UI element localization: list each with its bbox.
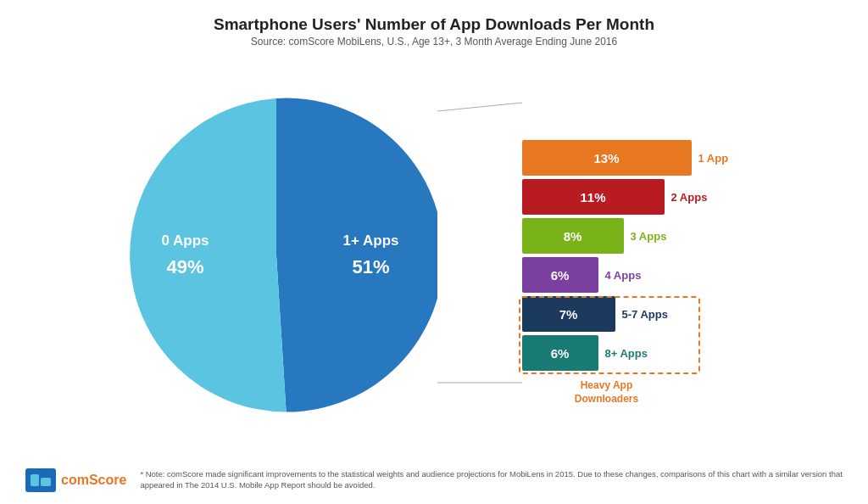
bar-row-2: 8%3 Apps (522, 218, 754, 254)
pie-right-label: 1+ Apps 51% (343, 231, 399, 281)
bar-row-5: 6%8+ Apps (522, 335, 754, 371)
bar-0: 13% (522, 140, 692, 176)
bar-label-3: 4 Apps (605, 269, 660, 282)
chart-title: Smartphone Users' Number of App Download… (25, 15, 843, 34)
comscore-logo: comScore (25, 468, 126, 492)
pie-chart: 0 Apps 49% 1+ Apps 51% (115, 94, 437, 417)
bar-row-4: 7%5-7 Apps (522, 296, 754, 332)
svg-rect-4 (41, 478, 51, 486)
pie-left-label: 0 Apps 49% (162, 231, 209, 281)
bar-chart: 13%1 App11%2 Apps8%3 Apps6%4 Apps7%5-7 A… (522, 103, 754, 408)
bar-1: 11% (522, 179, 665, 215)
bar-label-1: 2 Apps (671, 191, 726, 204)
bar-3: 6% (522, 257, 598, 293)
comscore-icon (25, 468, 56, 492)
bar-row-0: 13%1 App (522, 140, 754, 176)
svg-rect-3 (31, 474, 39, 486)
bar-5: 6% (522, 335, 598, 371)
main-container: Smartphone Users' Number of App Download… (0, 0, 868, 504)
bar-label-4: 5-7 Apps (622, 308, 677, 321)
bar-row-3: 6%4 Apps (522, 257, 754, 293)
footer-note: * Note: comScore made significant improv… (140, 468, 843, 491)
bar-label-5: 8+ Apps (605, 347, 660, 360)
chart-area: 0 Apps 49% 1+ Apps 51% 13%1 App11%2 Apps… (25, 56, 843, 455)
bar-2: 8% (522, 218, 624, 254)
bar-label-0: 1 App (698, 152, 754, 165)
heavy-downloader-label: Heavy AppDownloaders (548, 379, 666, 406)
bar-row-1: 11%2 Apps (522, 179, 754, 215)
bar-4: 7% (522, 296, 615, 332)
comscore-text: comScore (61, 473, 126, 488)
bar-label-2: 3 Apps (631, 230, 686, 243)
svg-line-0 (437, 103, 522, 111)
footer: comScore * Note: comScore made significa… (25, 462, 843, 492)
chart-subtitle: Source: comScore MobiLens, U.S., Age 13+… (25, 36, 843, 48)
connector-lines (437, 94, 522, 417)
chart-header: Smartphone Users' Number of App Download… (25, 15, 843, 48)
